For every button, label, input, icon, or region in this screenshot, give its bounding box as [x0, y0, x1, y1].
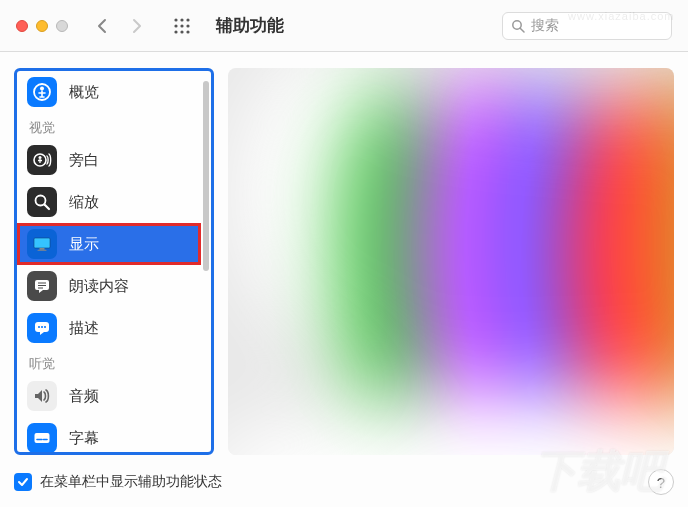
captions-icon	[27, 423, 57, 453]
forward-button[interactable]	[122, 14, 150, 38]
help-label: ?	[657, 474, 665, 491]
svg-rect-17	[34, 238, 50, 248]
sidebar-item-label: 缩放	[69, 193, 99, 212]
sidebar-item-audio[interactable]: 音频	[17, 375, 201, 417]
svg-point-28	[44, 326, 46, 328]
sidebar-section-visual: 视觉	[17, 113, 201, 139]
zoom-button[interactable]	[56, 20, 68, 32]
svg-point-14	[39, 156, 42, 159]
sidebar-item-voiceover[interactable]: 旁白	[17, 139, 201, 181]
watermark-url: www.xiazaiba.com	[568, 10, 688, 28]
svg-point-0	[174, 18, 177, 21]
check-icon	[17, 476, 29, 488]
close-button[interactable]	[16, 20, 28, 32]
sidebar-item-descriptions[interactable]: 描述	[17, 307, 201, 349]
svg-point-5	[186, 24, 189, 27]
svg-rect-20	[38, 250, 47, 251]
content: 概览 视觉 旁白 缩放	[14, 68, 674, 455]
sidebar-item-label: 描述	[69, 319, 99, 338]
scrollbar-thumb[interactable]	[203, 81, 209, 271]
svg-point-27	[41, 326, 43, 328]
svg-point-12	[40, 87, 44, 91]
minimize-button[interactable]	[36, 20, 48, 32]
help-button[interactable]: ?	[648, 469, 674, 495]
svg-rect-19	[40, 248, 45, 250]
sidebar-item-label: 显示	[69, 235, 99, 254]
sidebar-item-captions[interactable]: 字幕	[17, 417, 201, 455]
audio-icon	[27, 381, 57, 411]
show-all-icon[interactable]	[170, 14, 194, 38]
sidebar-item-label: 概览	[69, 83, 99, 102]
svg-point-26	[38, 326, 40, 328]
svg-point-2	[186, 18, 189, 21]
descriptions-icon	[27, 313, 57, 343]
scrollbar[interactable]	[203, 75, 209, 448]
window-title: 辅助功能	[216, 14, 284, 37]
sidebar-item-overview[interactable]: 概览	[17, 71, 201, 113]
svg-point-7	[180, 30, 183, 33]
sidebar-section-hearing: 听觉	[17, 349, 201, 375]
menubar-status-label: 在菜单栏中显示辅助功能状态	[40, 473, 222, 491]
svg-point-3	[174, 24, 177, 27]
sidebar-item-label: 音频	[69, 387, 99, 406]
display-icon	[27, 229, 57, 259]
voiceover-icon	[27, 145, 57, 175]
menubar-status-checkbox[interactable]	[14, 473, 32, 491]
preview-pane	[228, 68, 674, 455]
svg-point-6	[174, 30, 177, 33]
svg-point-4	[180, 24, 183, 27]
sidebar: 概览 视觉 旁白 缩放	[14, 68, 214, 455]
search-placeholder: 搜索	[531, 17, 559, 35]
svg-rect-29	[35, 433, 50, 443]
svg-line-16	[45, 205, 50, 210]
sidebar-item-display[interactable]: 显示	[17, 223, 201, 265]
svg-point-1	[180, 18, 183, 21]
sidebar-item-label: 旁白	[69, 151, 99, 170]
sidebar-item-zoom[interactable]: 缩放	[17, 181, 201, 223]
footer: 在菜单栏中显示辅助功能状态 ?	[14, 469, 674, 495]
spoken-content-icon	[27, 271, 57, 301]
back-button[interactable]	[88, 14, 116, 38]
sidebar-item-label: 字幕	[69, 429, 99, 448]
search-icon	[511, 19, 525, 33]
svg-line-10	[520, 28, 524, 32]
sidebar-item-spoken-content[interactable]: 朗读内容	[17, 265, 201, 307]
traffic-lights	[16, 20, 68, 32]
zoom-icon	[27, 187, 57, 217]
sidebar-item-label: 朗读内容	[69, 277, 129, 296]
nav-buttons	[88, 14, 150, 38]
svg-point-8	[186, 30, 189, 33]
overview-icon	[27, 77, 57, 107]
